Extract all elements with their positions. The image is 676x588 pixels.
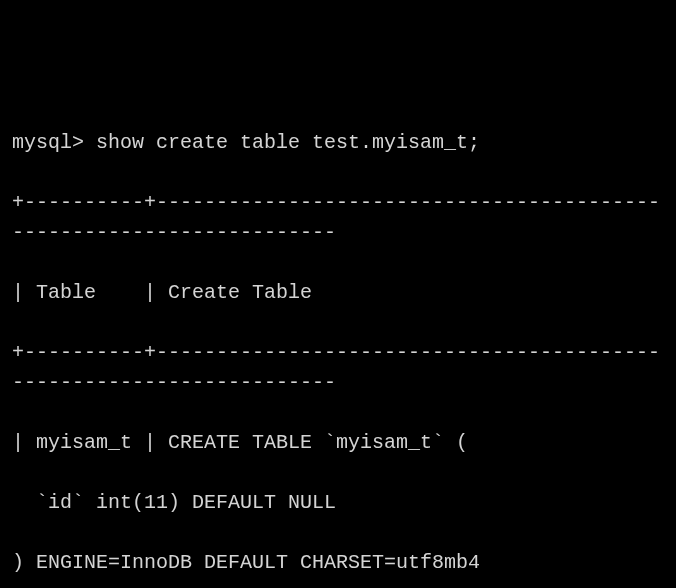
mysql-prompt: mysql> xyxy=(12,131,84,154)
table-border-top: +----------+----------------------------… xyxy=(12,188,664,248)
command-line: mysql> show create table test.myisam_t; xyxy=(12,128,664,158)
table-border-mid: +----------+----------------------------… xyxy=(12,338,664,398)
table-data-row-2: `id` int(11) DEFAULT NULL xyxy=(12,488,664,518)
table-data-row-1: | myisam_t | CREATE TABLE `myisam_t` ( xyxy=(12,428,664,458)
table-header-row: | Table | Create Table xyxy=(12,278,664,308)
sql-command: show create table test.myisam_t; xyxy=(96,131,480,154)
table-data-row-3: ) ENGINE=InnoDB DEFAULT CHARSET=utf8mb4 xyxy=(12,548,664,578)
